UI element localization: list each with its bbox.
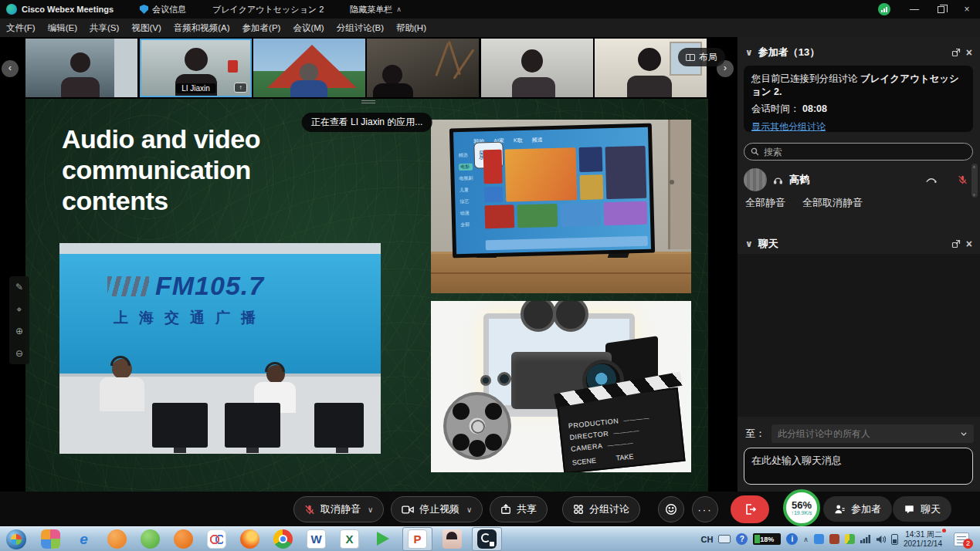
minimize-button[interactable]: —	[901, 0, 927, 19]
chevron-down-icon[interactable]: ∨	[368, 505, 373, 514]
collapse-chevron-icon[interactable]: ∨	[745, 47, 753, 58]
meeting-info-button[interactable]: 会议信息	[140, 4, 186, 15]
app-icon-powerpoint-active[interactable]: P	[402, 527, 432, 551]
video-thumbnail-3[interactable]	[367, 39, 479, 97]
volume-icon[interactable]	[876, 535, 886, 544]
menu-help[interactable]: 帮助(H)	[396, 22, 426, 34]
pin-icon[interactable]: ⌖	[17, 305, 22, 314]
close-panel-icon[interactable]: ×	[966, 238, 972, 250]
filmstrip-previous-button[interactable]: ‹	[2, 60, 19, 77]
share-screen-icon	[500, 504, 511, 515]
menu-edit[interactable]: 编辑(E)	[48, 22, 77, 34]
app-icon-browser-orange2[interactable]	[174, 529, 193, 549]
app-icon-ie[interactable]: e	[74, 529, 93, 549]
zoom-out-icon[interactable]: ⊖	[15, 349, 23, 358]
share-button[interactable]: 共享	[490, 496, 548, 522]
menu-meeting[interactable]: 会议(M)	[293, 22, 324, 34]
more-options-button[interactable]: ···	[692, 496, 718, 522]
app-icon-webex-active[interactable]	[472, 527, 502, 551]
tray-icon-antivirus[interactable]	[845, 534, 855, 544]
app-icon-browser-orange[interactable]	[107, 529, 127, 549]
network-usage-indicator[interactable]: 56% ↑19.9K/s	[783, 489, 820, 526]
annotate-icon[interactable]: ✎	[15, 282, 23, 292]
close-button[interactable]: ×	[954, 0, 980, 19]
hide-menubar-button[interactable]: 隐藏菜单栏 ∧	[350, 4, 402, 15]
keyboard-icon[interactable]	[718, 535, 731, 543]
mute-all-button[interactable]: 全部静音	[745, 196, 785, 210]
stop-video-button[interactable]: 停止视频 ∨	[391, 496, 483, 522]
network-signal-icon[interactable]	[860, 535, 870, 543]
app-icon-avatar[interactable]	[443, 529, 462, 549]
connection-quality-icon[interactable]	[878, 3, 890, 15]
app-icon-firefox[interactable]	[240, 529, 259, 549]
app-icon-rings[interactable]	[207, 529, 226, 549]
windows-taskbar: e W X P CH ? 18% i ∧	[0, 526, 980, 551]
menubar: 文件(F) 编辑(E) 共享(S) 视图(V) 音频和视频(A) 参加者(P) …	[0, 19, 980, 37]
tray-expand-icon[interactable]: ∧	[803, 536, 809, 543]
restore-button[interactable]	[927, 0, 954, 19]
show-other-sessions-link[interactable]: 显示其他分组讨论	[751, 120, 965, 134]
chat-recipient-select[interactable]: 此分组讨论中的所有人	[771, 424, 974, 443]
battery-tray-widget[interactable]: 18%	[753, 533, 781, 545]
participants-toggle-button[interactable]: 参加者	[823, 496, 892, 522]
webex-taskbar-icon	[477, 529, 497, 549]
app-icon-suite[interactable]	[41, 529, 60, 549]
popout-icon[interactable]	[951, 239, 961, 248]
participant-search-input[interactable]	[764, 147, 966, 157]
participants-panel-header: ∨ 参加者（13） ×	[738, 42, 980, 63]
layout-button[interactable]: 布局	[678, 48, 725, 66]
info-icon[interactable]: i	[786, 533, 798, 545]
leave-meeting-button[interactable]	[731, 495, 769, 523]
filmstrip-resize-handle[interactable]	[361, 100, 375, 103]
close-panel-icon[interactable]: ×	[966, 46, 972, 59]
radio-studio-image: FM105.7 上海交通广播	[59, 243, 381, 454]
tray-icon-security[interactable]	[829, 534, 839, 544]
unmute-button[interactable]: 取消静音 ∨	[293, 496, 384, 522]
phone-audio-icon	[925, 175, 938, 184]
avatar	[744, 168, 767, 191]
slide-title: Audio and video communication contents	[62, 123, 328, 216]
unmute-all-button[interactable]: 全部取消静音	[802, 196, 863, 210]
app-icon-chrome[interactable]	[273, 529, 293, 549]
people-icon	[834, 504, 846, 515]
app-icon-word[interactable]: W	[307, 529, 326, 549]
app-icon-excel[interactable]: X	[340, 529, 359, 549]
zoom-in-icon[interactable]: ⊕	[15, 326, 23, 336]
app-icon-video-player[interactable]	[373, 529, 392, 549]
menu-participants[interactable]: 参加者(P)	[242, 22, 281, 34]
notification-center-icon[interactable]: 2	[954, 532, 969, 546]
language-indicator[interactable]: CH	[700, 535, 713, 544]
tray-icon-messenger[interactable]	[814, 534, 824, 544]
collapse-chevron-icon[interactable]: ∨	[745, 238, 753, 249]
menu-view[interactable]: 视图(V)	[131, 22, 161, 34]
chevron-down-icon	[960, 430, 968, 438]
participant-search[interactable]	[744, 143, 973, 161]
menu-share[interactable]: 共享(S)	[90, 22, 119, 34]
chat-recipient-value: 此分组讨论中的所有人	[778, 428, 870, 441]
chat-toggle-button[interactable]: 聊天	[893, 496, 951, 522]
chat-panel-header: ∨ 聊天 ×	[738, 234, 980, 254]
video-thumbnail-1[interactable]	[25, 39, 137, 97]
session-time-label: 会话时间：	[751, 103, 800, 114]
breakout-session-title: ブレイクアウトセッション 2	[212, 4, 324, 15]
help-icon[interactable]: ?	[736, 533, 748, 545]
menu-audio-video[interactable]: 音频和视频(A)	[174, 22, 230, 34]
video-thumbnail-4[interactable]	[481, 39, 593, 97]
start-button[interactable]	[6, 529, 26, 549]
reactions-button[interactable]	[658, 496, 684, 522]
leave-icon	[744, 503, 756, 516]
participants-scrollbar[interactable]	[972, 164, 978, 198]
chevron-up-icon: ∧	[396, 5, 402, 13]
battery-icon[interactable]	[891, 534, 898, 545]
app-icon-browser-green[interactable]	[141, 529, 160, 549]
participant-row[interactable]: 高鹤	[744, 167, 968, 193]
popout-icon[interactable]	[951, 48, 961, 57]
video-thumbnail-active-speaker[interactable]: LI Jiaxin ↑	[140, 39, 252, 97]
breakout-sessions-button[interactable]: 分组讨论	[562, 496, 640, 522]
chevron-down-icon[interactable]: ∨	[466, 505, 472, 514]
taskbar-clock[interactable]: 14:31 周二 2021/12/14	[904, 530, 942, 549]
video-thumbnail-2[interactable]	[253, 39, 365, 97]
menu-file[interactable]: 文件(F)	[6, 22, 36, 34]
menu-breakout[interactable]: 分组讨论(B)	[337, 22, 384, 34]
chat-message-input[interactable]	[744, 448, 973, 485]
